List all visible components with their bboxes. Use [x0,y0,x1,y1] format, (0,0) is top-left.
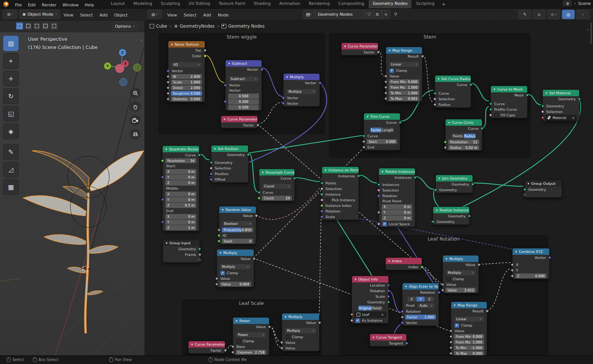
socket-vec[interactable] [161,221,164,223]
gizmo-axis-x-neg[interactable] [115,64,124,73]
collapse-chevron-icon[interactable]: ▼ [325,169,327,171]
socket-geo[interactable] [526,94,529,97]
collapse-chevron-icon[interactable]: ▼ [438,177,440,180]
browse-tree-button[interactable]: ▤∨ [303,10,315,19]
tool-box-select[interactable]: ▧ [3,36,19,51]
field-y[interactable]: Y0 m [165,220,196,225]
gizmo-axis-z-neg[interactable] [119,78,127,86]
checkbox-as-instance[interactable]: ✔ [355,318,360,323]
field-z[interactable]: Z0.5 m [165,203,196,208]
tab-compositing[interactable]: Compositing [334,0,369,8]
tool-transform[interactable]: ◈ [3,123,19,139]
node-multiply-1[interactable]: ▼MultiplyValueMultiply∨✔ClampValueValue0… [217,249,254,287]
field-x[interactable]: X0 m [382,204,412,209]
socket-geo[interactable] [198,154,201,156]
tab-shading[interactable]: Shading [250,0,275,8]
collapse-chevron-icon[interactable]: ▼ [446,257,447,260]
collapse-chevron-icon[interactable]: ▼ [222,208,224,211]
select-mode-extend[interactable] [33,22,41,30]
field-resolution[interactable]: Resolution16 [165,158,196,163]
node-editor-scrollbar[interactable] [590,22,592,44]
dropdown-multiply[interactable]: Multiply∨ [286,89,317,95]
socket-geo[interactable] [481,127,483,130]
segment-z[interactable]: Z [425,297,434,302]
dropdown-4d[interactable]: 4D∨ [171,62,202,68]
pivot-dropdown[interactable]: Auto∨ [417,303,435,309]
fake-user-shield-button[interactable]: ⛉ [365,10,373,19]
tool-measure[interactable]: ◿ [3,162,19,177]
collapse-chevron-icon[interactable]: ▼ [388,260,390,262]
socket-mat[interactable] [541,116,544,119]
socket-vec[interactable] [161,198,164,201]
node-group-output[interactable]: ▼Group OutputGeometry [525,180,562,198]
field-detail[interactable]: Detail2.000 [171,85,202,90]
node-index[interactable]: ▼IndexIndex [385,257,422,270]
node-map-range-2[interactable]: ▼Map RangeResultLinear∨✔ClampValueFrom M… [451,302,487,357]
collapse-chevron-icon[interactable]: ▼ [171,43,173,46]
snap-target-dropdown[interactable]: ⊹∨ [547,10,560,19]
segment-original[interactable]: Original [358,306,372,311]
node-header[interactable]: ▼Object Info [352,276,388,282]
field-x[interactable]: X0 m [165,192,196,197]
field-w[interactable]: W2.400 [171,74,202,79]
field-resolution[interactable]: Resolution12 [448,140,479,144]
node-curve-parameter-stem[interactable]: ▼Curve ParameterFactor [341,43,378,55]
socket-geo[interactable] [363,135,365,137]
field-value[interactable]: Value2.412 [446,288,476,293]
socket-geo[interactable] [578,98,581,100]
node-set-material[interactable]: ▼Set MaterialGeometryGeometrySelectionMa… [542,89,580,121]
node-header[interactable]: ▼Index [386,258,422,264]
overlays-toggle-button[interactable]: ◎ [562,10,575,19]
socket-val[interactable] [198,259,201,261]
editor-type-button[interactable]: ⊞∨ [3,10,17,19]
menu-render[interactable]: Render [39,3,59,7]
tab-scripting[interactable]: Scripting [412,0,439,8]
checkbox-clamp[interactable]: ✔ [455,323,459,328]
field-y[interactable]: Y0 m [165,197,196,202]
zoom-icon[interactable] [130,88,141,98]
collapse-chevron-icon[interactable]: ▼ [165,148,167,150]
collapse-chevron-icon[interactable]: ▼ [344,45,346,48]
node-subtract-vector[interactable]: ▼SubtractVectorSubtract∨VectorVector:0.5… [225,60,262,111]
collapse-chevron-icon[interactable]: ▼ [515,250,517,253]
collapse-chevron-icon[interactable]: ▼ [373,336,375,339]
node-header[interactable]: ▼Join Geometry [436,175,473,181]
node-header[interactable]: ▼Subtract [226,60,262,67]
socket-geo[interactable] [434,92,436,95]
tool-annotate[interactable]: ✎ [3,144,19,160]
node-header[interactable]: ▼Resample Curve [259,169,294,175]
viewport-3d[interactable]: User Perspective (176) Scene Collection … [0,32,144,355]
socket-vec[interactable] [387,284,390,287]
field-z[interactable]: Z0 m [382,215,412,221]
options-dropdown[interactable]: Options∨ [112,22,138,31]
field-x[interactable]: X0 m [165,169,196,174]
node-multiply-vector[interactable]: ▼MultiplyVectorMultiply∨VectorVector [283,73,320,107]
tab-modeling[interactable]: Modeling [129,0,157,8]
node-power[interactable]: ▼PowerValuePower∨ClampBaseExponen2.718 [233,317,269,355]
node-header[interactable]: ▼Instance on Points [322,167,358,173]
socket-geo[interactable] [198,248,201,250]
socket-vec[interactable] [387,295,390,298]
socket-geo[interactable] [210,161,213,164]
socket-geo[interactable] [489,108,492,111]
node-header[interactable]: ▼Curve to Mesh [491,86,527,92]
field-distortio[interactable]: Distortio0.000 [171,97,202,101]
field-radius[interactable]: Radius0.02 m [448,145,479,150]
socket-geo[interactable] [377,183,380,186]
dropdown-linear[interactable]: Linear∨ [389,61,419,67]
socket-obj[interactable] [351,313,353,316]
socket-geo[interactable] [468,215,471,217]
viewport-menu-object[interactable]: Object [111,13,131,18]
node-header[interactable]: ▼Multiply [284,74,320,80]
tab-animation[interactable]: Animation [275,0,305,8]
checkbox-local-space[interactable]: ✔ [382,222,387,226]
socket-val[interactable] [523,193,526,196]
node-multiply-3[interactable]: ▼MultiplyValueMultiply∨ClampValueValue [282,313,320,351]
checkbox-clamp[interactable] [285,335,290,339]
collapse-chevron-icon[interactable]: ▼ [214,147,216,150]
field-to-min[interactable]: To Min-1.000 [454,345,484,350]
object-mode-dropdown[interactable]: ▣Object Mode∨ [19,10,60,19]
dropdown-multiply[interactable]: Multiply∨ [285,328,317,334]
collapse-chevron-icon[interactable]: ▼ [405,285,407,288]
node-group-input[interactable]: ▼Group InputGeometryFrame [163,239,200,263]
